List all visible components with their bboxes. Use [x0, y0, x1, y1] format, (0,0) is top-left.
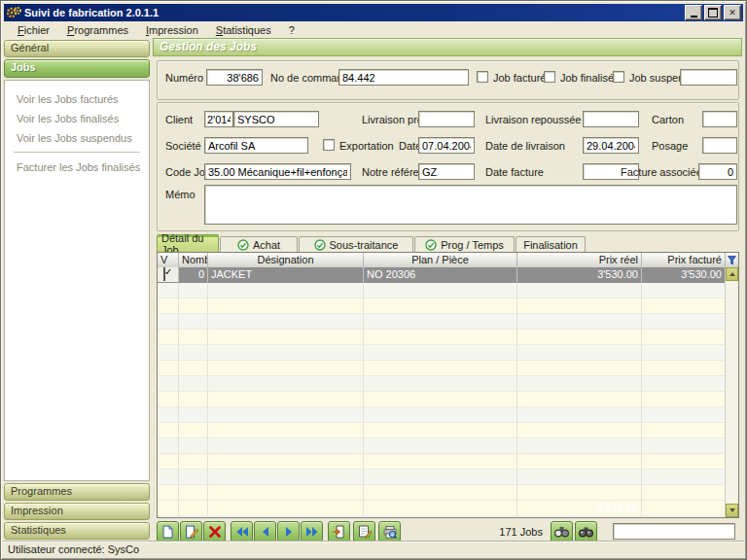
menu-programmes[interactable]: Programmes — [58, 22, 137, 38]
scroll-up-button[interactable] — [726, 267, 738, 281]
no-commande-field[interactable] — [338, 69, 469, 86]
job-finalise-label: Job finalisé — [560, 72, 614, 84]
grid-empty-row[interactable] — [158, 454, 726, 470]
col-header-prix-reel[interactable]: Prix réel — [517, 253, 642, 267]
grid-body[interactable]: 0 JACKET NO 20306 3'530.00 3'530.00 — [158, 267, 726, 517]
menu-impression[interactable]: Impression — [137, 22, 207, 38]
next-record-button[interactable] — [277, 521, 300, 542]
job-finalise-checkbox[interactable] — [544, 71, 555, 83]
livraison-repoussee-field[interactable] — [583, 111, 639, 127]
window-title: Suivi de fabrication 2.0.1.1 — [24, 7, 159, 18]
carton-field[interactable] — [702, 111, 737, 127]
previous-record-button[interactable] — [254, 521, 276, 542]
search-button[interactable] — [551, 521, 573, 542]
grid-empty-row[interactable] — [158, 283, 726, 298]
print-preview-button[interactable] — [378, 521, 401, 542]
code-job-field[interactable] — [204, 163, 351, 180]
societe-field[interactable] — [204, 137, 308, 154]
cell-prix-reel: 3'530.00 — [517, 267, 642, 283]
suspendu-field[interactable] — [680, 69, 737, 86]
close-button[interactable]: ✕ — [724, 5, 741, 20]
maximize-button[interactable] — [704, 5, 722, 20]
facture-associee-field[interactable] — [698, 163, 737, 180]
tab-finalisation[interactable]: Finalisation — [516, 236, 586, 252]
green-check-icon — [237, 239, 249, 251]
exportation-label: Exportation — [339, 140, 394, 152]
col-header-nombre[interactable]: Nombre — [179, 253, 208, 267]
last-record-button[interactable] — [301, 521, 323, 542]
grid-empty-row[interactable] — [158, 485, 726, 501]
date-entree-field[interactable] — [418, 137, 475, 154]
numero-field[interactable] — [206, 69, 263, 86]
page-title: Gestion des Jobs — [153, 38, 742, 56]
quick-search-input[interactable] — [613, 523, 735, 540]
grid-empty-row[interactable] — [158, 392, 726, 407]
grid-empty-row[interactable] — [158, 345, 726, 361]
first-record-button[interactable] — [231, 521, 253, 542]
col-header-designation[interactable]: Désignation — [208, 253, 364, 267]
grid-empty-row[interactable] — [158, 330, 726, 345]
sidebar-section-programmes[interactable]: Programmes — [4, 483, 150, 501]
grid-empty-row[interactable] — [158, 298, 726, 314]
posage-field[interactable] — [702, 137, 737, 154]
carton-label: Carton — [652, 114, 684, 125]
grid-empty-row[interactable] — [158, 470, 726, 485]
validate-job-button[interactable] — [353, 521, 375, 542]
scroll-down-button[interactable] — [726, 504, 738, 517]
row-checkbox[interactable] — [163, 267, 165, 281]
job-suspendu-checkbox[interactable] — [613, 71, 624, 83]
sidebar-item-voir-jobs-suspendus[interactable]: Voir les Jobs suspendus — [5, 128, 149, 148]
arrow-down-icon — [729, 508, 735, 512]
grid-empty-row[interactable] — [158, 423, 726, 438]
client-label: Client — [165, 114, 193, 125]
menu-statistiques[interactable]: Statistiques — [207, 22, 280, 38]
statusbar: Utilisateur connecté: SysCo — [3, 541, 744, 557]
search-all-button[interactable] — [575, 521, 597, 542]
titlebar[interactable]: Suivi de fabrication 2.0.1.1 ✕ — [4, 4, 743, 21]
tab-detail-du-job[interactable]: Détail du Job — [157, 234, 219, 252]
col-header-v[interactable]: V — [158, 253, 179, 267]
sidebar-item-facturer-jobs-finalises[interactable]: Facturer les Jobs finalisés — [5, 158, 149, 177]
export-job-button[interactable] — [328, 521, 350, 542]
client-no-field[interactable] — [204, 111, 233, 127]
new-document-icon — [161, 525, 174, 539]
sidebar-item-voir-jobs-factures[interactable]: Voir les Jobs facturés — [5, 89, 149, 109]
job-facture-checkbox[interactable] — [477, 71, 488, 83]
sidebar-section-statistiques[interactable]: Statistiques — [4, 522, 150, 540]
delete-record-button[interactable] — [203, 521, 226, 542]
sidebar-item-voir-jobs-finalises[interactable]: Voir les Jobs finalisés — [5, 109, 149, 128]
edit-record-button[interactable] — [180, 521, 202, 542]
app-window: Suivi de fabrication 2.0.1.1 ✕ Fichier P… — [0, 0, 747, 560]
tab-achat[interactable]: Achat — [220, 236, 298, 252]
col-header-prix-facture[interactable]: Prix facturé — [642, 253, 726, 267]
new-record-button[interactable] — [157, 521, 179, 542]
sidebar-section-general[interactable]: Général — [4, 40, 150, 57]
livraison-repoussee-label: Livraison repoussée — [485, 114, 581, 125]
grid-selected-row[interactable]: 0 JACKET NO 20306 3'530.00 3'530.00 — [158, 267, 726, 283]
total-prix-reel: 3'530.00 — [517, 501, 642, 516]
client-name-field[interactable] — [233, 111, 319, 127]
menu-fichier[interactable]: Fichier — [9, 22, 58, 38]
grid-empty-row[interactable] — [158, 407, 726, 423]
grid-empty-row[interactable] — [158, 376, 726, 392]
col-header-plan-piece[interactable]: Plan / Pièce — [364, 253, 517, 267]
livraison-prevue-field[interactable] — [418, 111, 475, 127]
sidebar-section-jobs[interactable]: Jobs — [4, 59, 150, 78]
grid-filter-button[interactable] — [726, 253, 738, 267]
tab-sous-traitance[interactable]: Sous-traitance — [299, 236, 413, 252]
grid-vertical-scrollbar[interactable] — [725, 267, 738, 517]
tab-prog-temps[interactable]: Prog / Temps — [414, 236, 515, 252]
date-livraison-field[interactable] — [583, 137, 639, 154]
exportation-checkbox[interactable] — [323, 139, 335, 151]
grid-empty-row[interactable] — [158, 314, 726, 330]
facture-associee-label: Facture associée — [621, 166, 702, 178]
minimize-button[interactable] — [685, 5, 702, 20]
grid-empty-row[interactable] — [158, 361, 726, 376]
maximize-icon — [708, 8, 718, 18]
notre-reference-field[interactable] — [418, 163, 475, 180]
menu-help[interactable]: ? — [280, 22, 303, 38]
grid-empty-row[interactable] — [158, 438, 726, 454]
menubar: Fichier Programmes Impression Statistiqu… — [4, 21, 743, 39]
sidebar-section-impression[interactable]: Impression — [4, 503, 150, 520]
memo-field[interactable] — [204, 185, 737, 225]
